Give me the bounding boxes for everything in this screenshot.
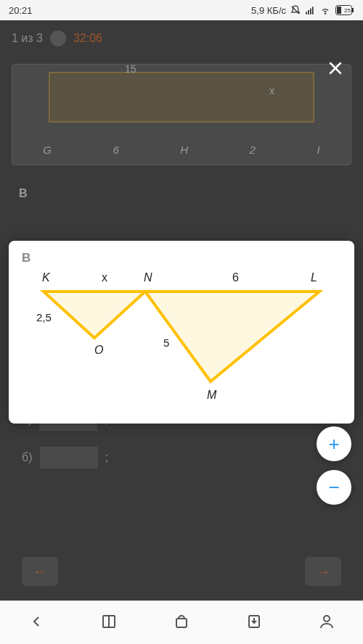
svg-point-4	[325, 13, 325, 14]
side-ko: 2,5	[36, 311, 52, 323]
quiz-timer: 32:06	[73, 32, 102, 45]
label-x: x	[102, 271, 107, 284]
triangle-svg	[22, 287, 327, 403]
battery-icon: 25	[335, 5, 354, 15]
svg-rect-15	[176, 619, 187, 627]
bg-card-b-hint: В	[12, 180, 351, 207]
label-n: N	[144, 271, 152, 284]
bg-problem-card-a: 15 x G 6 H 2 I	[12, 64, 351, 165]
bg-bottom-labels: G 6 H 2 I	[12, 144, 351, 156]
home-icon	[173, 613, 190, 630]
book-icon	[100, 613, 118, 630]
answer-b-label: б)	[22, 451, 33, 464]
content-area: 1 из 3 32:06 15 x G 6 H 2 I В Ответ: а) …	[0, 20, 363, 600]
nav-download[interactable]	[245, 613, 263, 633]
close-button[interactable]	[322, 55, 348, 81]
bg-nav: ← →	[22, 557, 341, 586]
prev-button[interactable]: ←	[22, 557, 58, 586]
next-button[interactable]: →	[305, 557, 341, 586]
bg-val-15: 15	[125, 63, 136, 75]
nav-back[interactable]	[28, 613, 45, 633]
nav-profile[interactable]	[318, 613, 335, 633]
answer-row-b: б) ;	[22, 447, 341, 468]
answer-b-input[interactable]	[40, 447, 98, 468]
status-speed: 5,9 КБ/с	[251, 5, 286, 16]
bg-label-i: I	[317, 144, 320, 156]
problem-letter: В	[22, 251, 341, 265]
minus-icon: −	[328, 476, 339, 499]
svg-point-18	[324, 616, 330, 622]
svg-rect-6	[337, 7, 341, 14]
label-6: 6	[232, 271, 239, 284]
bg-label-2: 2	[250, 144, 256, 156]
svg-rect-0	[306, 12, 307, 15]
label-m: M	[207, 389, 216, 402]
svg-marker-11	[44, 292, 145, 338]
zoom-in-button[interactable]: +	[317, 426, 351, 461]
bg-label-g: G	[43, 144, 52, 156]
chevron-left-icon	[28, 613, 45, 630]
svg-rect-3	[312, 7, 314, 14]
download-icon	[245, 613, 263, 630]
status-bar: 20:21 5,9 КБ/с 25	[0, 0, 363, 20]
nav-home[interactable]	[173, 613, 190, 633]
plus-icon: +	[328, 433, 339, 455]
svg-marker-12	[145, 292, 319, 381]
zoom-out-button[interactable]: −	[317, 470, 351, 505]
close-icon	[326, 59, 345, 78]
side-nm: 5	[163, 337, 169, 349]
clock-icon	[50, 30, 66, 46]
bg-label-6: 6	[113, 144, 118, 156]
signal-icon	[305, 5, 315, 15]
svg-rect-7	[352, 8, 354, 12]
problem-modal: В K x N 6 L 2,5 5 O M	[9, 241, 354, 424]
wifi-icon	[319, 5, 331, 15]
bell-off-icon	[290, 5, 301, 15]
quiz-header: 1 из 3 32:06	[0, 20, 363, 57]
svg-text:25: 25	[344, 7, 351, 14]
quiz-progress: 1 из 3	[12, 32, 43, 45]
nav-book[interactable]	[100, 613, 118, 633]
label-k: K	[42, 271, 50, 284]
label-o: O	[94, 344, 103, 357]
triangle-diagram: K x N 6 L 2,5 5 O M	[22, 271, 341, 409]
svg-rect-2	[310, 9, 311, 15]
status-time: 20:21	[9, 5, 33, 16]
status-right: 5,9 КБ/с 25	[251, 5, 354, 16]
svg-rect-1	[308, 10, 309, 15]
zoom-controls: + −	[317, 426, 351, 505]
bg-triangle-shape	[49, 72, 314, 123]
bg-label-h: H	[180, 144, 188, 156]
profile-icon	[318, 613, 335, 630]
bg-val-x: x	[269, 85, 274, 96]
bottom-nav	[0, 600, 363, 644]
label-l: L	[311, 271, 317, 284]
answer-b-semi: ;	[105, 451, 108, 464]
